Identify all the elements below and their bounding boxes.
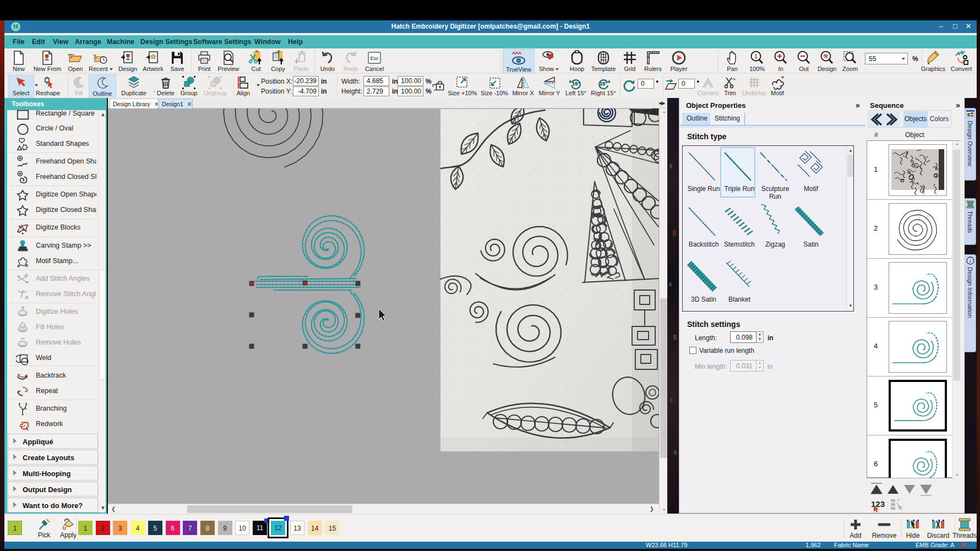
svg-text:i: i [970, 258, 971, 264]
svg-text:15°: 15° [600, 81, 607, 86]
svg-text:15°: 15° [572, 81, 580, 86]
svg-text:1: 1 [754, 53, 758, 59]
svg-text:Esc: Esc [370, 56, 379, 61]
